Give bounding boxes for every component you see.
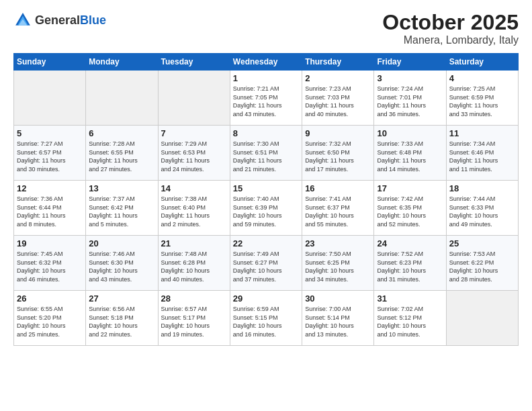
col-tuesday: Tuesday [158,54,230,71]
day-info: Sunrise: 7:44 AM Sunset: 6:33 PM Dayligh… [449,195,515,228]
day-info: Sunrise: 7:34 AM Sunset: 6:46 PM Dayligh… [449,140,515,173]
day-number: 21 [161,238,227,248]
col-friday: Friday [374,54,446,71]
week-row-1: 1Sunrise: 7:21 AM Sunset: 7:05 PM Daylig… [14,71,519,126]
table-cell [86,71,158,126]
logo-text-blue: Blue [80,13,106,27]
day-number: 28 [161,293,227,304]
day-info: Sunrise: 7:37 AM Sunset: 6:42 PM Dayligh… [89,195,154,228]
table-cell: 19Sunrise: 7:45 AM Sunset: 6:32 PM Dayli… [14,236,86,291]
day-number: 16 [305,183,371,193]
day-number: 24 [377,238,443,248]
day-number: 31 [377,293,443,304]
location-title: Manera, Lombardy, Italy [382,34,519,46]
day-number: 26 [17,293,83,304]
day-number: 17 [377,183,443,193]
day-info: Sunrise: 7:32 AM Sunset: 6:50 PM Dayligh… [305,140,371,173]
day-number: 5 [17,128,83,138]
day-info: Sunrise: 7:53 AM Sunset: 6:22 PM Dayligh… [449,250,515,283]
week-row-3: 12Sunrise: 7:36 AM Sunset: 6:44 PM Dayli… [14,181,519,236]
table-cell: 31Sunrise: 7:02 AM Sunset: 5:12 PM Dayli… [374,291,446,346]
table-cell: 12Sunrise: 7:36 AM Sunset: 6:44 PM Dayli… [14,181,86,236]
day-number: 18 [449,183,515,193]
col-monday: Monday [86,54,158,71]
day-info: Sunrise: 7:25 AM Sunset: 6:59 PM Dayligh… [449,85,515,118]
day-number: 10 [377,128,443,138]
table-cell [158,71,230,126]
calendar-header-row: Sunday Monday Tuesday Wednesday Thursday… [14,54,519,71]
day-number: 23 [305,238,371,248]
day-number: 27 [89,293,154,304]
day-info: Sunrise: 7:50 AM Sunset: 6:25 PM Dayligh… [305,250,371,283]
table-cell: 7Sunrise: 7:29 AM Sunset: 6:53 PM Daylig… [158,126,230,181]
table-cell: 1Sunrise: 7:21 AM Sunset: 7:05 PM Daylig… [230,71,302,126]
col-sunday: Sunday [14,54,86,71]
table-cell: 22Sunrise: 7:49 AM Sunset: 6:27 PM Dayli… [230,236,302,291]
table-cell: 28Sunrise: 6:57 AM Sunset: 5:17 PM Dayli… [158,291,230,346]
day-info: Sunrise: 7:24 AM Sunset: 7:01 PM Dayligh… [377,85,443,118]
day-info: Sunrise: 6:55 AM Sunset: 5:20 PM Dayligh… [17,305,83,338]
table-cell: 2Sunrise: 7:23 AM Sunset: 7:03 PM Daylig… [302,71,374,126]
day-number: 12 [17,183,83,193]
day-number: 13 [89,183,154,193]
table-cell: 6Sunrise: 7:28 AM Sunset: 6:55 PM Daylig… [86,126,158,181]
logo-text-general: General [35,13,80,27]
day-info: Sunrise: 7:46 AM Sunset: 6:30 PM Dayligh… [89,250,154,283]
calendar-table: Sunday Monday Tuesday Wednesday Thursday… [13,53,519,346]
table-cell: 3Sunrise: 7:24 AM Sunset: 7:01 PM Daylig… [374,71,446,126]
day-number: 7 [161,128,227,138]
day-number: 19 [17,238,83,248]
day-number: 14 [161,183,227,193]
day-info: Sunrise: 7:21 AM Sunset: 7:05 PM Dayligh… [233,85,299,118]
col-saturday: Saturday [446,54,518,71]
table-cell: 10Sunrise: 7:33 AM Sunset: 6:48 PM Dayli… [374,126,446,181]
table-cell: 11Sunrise: 7:34 AM Sunset: 6:46 PM Dayli… [446,126,518,181]
day-number: 4 [449,73,515,83]
day-info: Sunrise: 7:23 AM Sunset: 7:03 PM Dayligh… [305,85,371,118]
table-cell: 13Sunrise: 7:37 AM Sunset: 6:42 PM Dayli… [86,181,158,236]
table-cell: 29Sunrise: 6:59 AM Sunset: 5:15 PM Dayli… [230,291,302,346]
table-cell: 16Sunrise: 7:41 AM Sunset: 6:37 PM Dayli… [302,181,374,236]
day-number: 11 [449,128,515,138]
title-block: October 2025 Manera, Lombardy, Italy [382,11,519,46]
table-cell: 26Sunrise: 6:55 AM Sunset: 5:20 PM Dayli… [14,291,86,346]
header: GeneralBlue October 2025 Manera, Lombard… [13,11,519,46]
day-info: Sunrise: 7:41 AM Sunset: 6:37 PM Dayligh… [305,195,371,228]
day-info: Sunrise: 7:36 AM Sunset: 6:44 PM Dayligh… [17,195,83,228]
logo: GeneralBlue [13,11,106,30]
day-info: Sunrise: 7:38 AM Sunset: 6:40 PM Dayligh… [161,195,227,228]
day-info: Sunrise: 7:49 AM Sunset: 6:27 PM Dayligh… [233,250,299,283]
day-number: 3 [377,73,443,83]
day-info: Sunrise: 6:59 AM Sunset: 5:15 PM Dayligh… [233,305,299,338]
day-number: 2 [305,73,371,83]
table-cell: 8Sunrise: 7:30 AM Sunset: 6:51 PM Daylig… [230,126,302,181]
day-info: Sunrise: 7:48 AM Sunset: 6:28 PM Dayligh… [161,250,227,283]
day-number: 25 [449,238,515,248]
table-cell [446,291,518,346]
week-row-5: 26Sunrise: 6:55 AM Sunset: 5:20 PM Dayli… [14,291,519,346]
day-number: 20 [89,238,154,248]
table-cell: 9Sunrise: 7:32 AM Sunset: 6:50 PM Daylig… [302,126,374,181]
day-info: Sunrise: 7:45 AM Sunset: 6:32 PM Dayligh… [17,250,83,283]
week-row-2: 5Sunrise: 7:27 AM Sunset: 6:57 PM Daylig… [14,126,519,181]
week-row-4: 19Sunrise: 7:45 AM Sunset: 6:32 PM Dayli… [14,236,519,291]
day-number: 8 [233,128,299,138]
table-cell: 27Sunrise: 6:56 AM Sunset: 5:18 PM Dayli… [86,291,158,346]
logo-icon [13,11,32,30]
calendar-page: GeneralBlue October 2025 Manera, Lombard… [0,0,532,411]
day-info: Sunrise: 7:40 AM Sunset: 6:39 PM Dayligh… [233,195,299,228]
day-number: 15 [233,183,299,193]
day-number: 9 [305,128,371,138]
day-info: Sunrise: 6:56 AM Sunset: 5:18 PM Dayligh… [89,305,154,338]
day-info: Sunrise: 7:27 AM Sunset: 6:57 PM Dayligh… [17,140,83,173]
day-info: Sunrise: 7:33 AM Sunset: 6:48 PM Dayligh… [377,140,443,173]
col-wednesday: Wednesday [230,54,302,71]
day-info: Sunrise: 7:28 AM Sunset: 6:55 PM Dayligh… [89,140,154,173]
table-cell: 25Sunrise: 7:53 AM Sunset: 6:22 PM Dayli… [446,236,518,291]
day-number: 22 [233,238,299,248]
table-cell: 4Sunrise: 7:25 AM Sunset: 6:59 PM Daylig… [446,71,518,126]
table-cell: 17Sunrise: 7:42 AM Sunset: 6:35 PM Dayli… [374,181,446,236]
day-info: Sunrise: 7:29 AM Sunset: 6:53 PM Dayligh… [161,140,227,173]
table-cell: 20Sunrise: 7:46 AM Sunset: 6:30 PM Dayli… [86,236,158,291]
day-info: Sunrise: 7:30 AM Sunset: 6:51 PM Dayligh… [233,140,299,173]
